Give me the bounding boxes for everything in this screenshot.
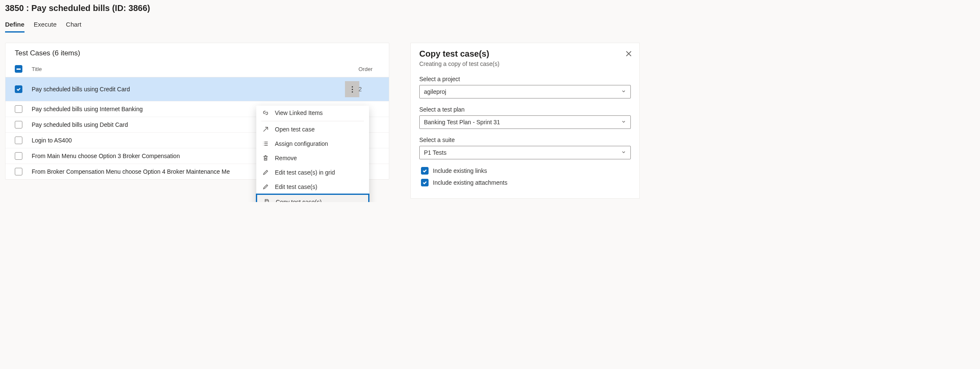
- menu-label: Copy test case(s): [276, 199, 322, 202]
- menu-edit-test-cases[interactable]: Edit test case(s): [256, 180, 369, 194]
- project-label: Select a project: [419, 76, 631, 82]
- row-checkbox[interactable]: [15, 168, 22, 175]
- menu-label: View Linked Items: [275, 109, 323, 116]
- row-checkbox[interactable]: [15, 121, 22, 128]
- test-cases-title: Test Cases (6 items): [5, 43, 389, 63]
- chevron-down-icon: [621, 119, 626, 126]
- suite-value: P1 Tests: [424, 149, 446, 156]
- column-order[interactable]: Order: [358, 66, 380, 72]
- menu-assign-configuration[interactable]: Assign configuration: [256, 137, 369, 151]
- tabs: Define Execute Chart: [5, 21, 975, 33]
- menu-separator: [261, 121, 364, 121]
- copy-test-cases-panel: Copy test case(s) Creating a copy of tes…: [410, 43, 640, 199]
- menu-edit-test-cases-grid[interactable]: Edit test case(s) in grid: [256, 165, 369, 180]
- tab-chart[interactable]: Chart: [66, 21, 81, 33]
- plan-label: Select a test plan: [419, 106, 631, 113]
- project-value: agileproj: [424, 88, 446, 95]
- row-checkbox[interactable]: [15, 137, 22, 144]
- menu-copy-test-cases[interactable]: Copy test case(s): [256, 194, 369, 202]
- menu-label: Open test case: [275, 126, 315, 133]
- more-actions-button[interactable]: [345, 81, 359, 97]
- open-icon: [262, 126, 269, 133]
- include-attachments-checkbox[interactable]: [421, 179, 429, 186]
- include-links-label: Include existing links: [433, 167, 487, 174]
- row-checkbox[interactable]: [15, 85, 22, 93]
- column-title[interactable]: Title: [32, 66, 358, 72]
- panel-title: Copy test case(s): [419, 49, 631, 59]
- kebab-icon: [352, 86, 353, 93]
- menu-label: Assign configuration: [275, 140, 328, 147]
- edit-icon: [262, 169, 269, 176]
- table-row[interactable]: Pay scheduled bills using Credit Card 2: [5, 77, 389, 101]
- plan-select[interactable]: Banking Test Plan - Sprint 31: [419, 115, 631, 129]
- context-menu: View Linked Items Open test case Assign …: [256, 106, 369, 202]
- menu-label: Edit test case(s): [275, 183, 317, 190]
- chevron-down-icon: [621, 149, 626, 156]
- row-checkbox[interactable]: [15, 152, 22, 160]
- suite-select[interactable]: P1 Tests: [419, 146, 631, 159]
- menu-open-test-case[interactable]: Open test case: [256, 122, 369, 137]
- page-title: 3850 : Pay scheduled bills (ID: 3866): [5, 3, 975, 13]
- row-title[interactable]: Pay scheduled bills using Credit Card: [32, 86, 345, 93]
- link-icon: [262, 109, 269, 116]
- menu-label: Edit test case(s) in grid: [275, 169, 335, 176]
- table-header: Title Order: [5, 63, 389, 77]
- menu-remove[interactable]: Remove: [256, 151, 369, 165]
- project-select[interactable]: agileproj: [419, 85, 631, 98]
- select-all-checkbox[interactable]: [15, 65, 22, 73]
- plan-value: Banking Test Plan - Sprint 31: [424, 119, 500, 126]
- suite-label: Select a suite: [419, 137, 631, 143]
- svg-rect-0: [265, 201, 269, 202]
- test-cases-card: Test Cases (6 items) Title Order Pay sch…: [5, 43, 389, 180]
- chevron-down-icon: [621, 88, 626, 95]
- tab-execute[interactable]: Execute: [34, 21, 57, 33]
- list-icon: [262, 140, 269, 147]
- copy-icon: [263, 199, 270, 202]
- panel-subtitle: Creating a copy of test case(s): [419, 60, 631, 67]
- edit-icon: [262, 183, 269, 190]
- menu-view-linked-items[interactable]: View Linked Items: [256, 106, 369, 120]
- include-attachments-label: Include existing attachments: [433, 179, 508, 186]
- include-links-checkbox[interactable]: [421, 167, 429, 175]
- trash-icon: [262, 155, 269, 161]
- row-checkbox[interactable]: [15, 105, 22, 113]
- tab-define[interactable]: Define: [5, 21, 24, 33]
- close-button[interactable]: [625, 50, 633, 59]
- menu-label: Remove: [275, 155, 297, 161]
- row-order: 2: [358, 86, 380, 93]
- close-icon: [625, 50, 633, 57]
